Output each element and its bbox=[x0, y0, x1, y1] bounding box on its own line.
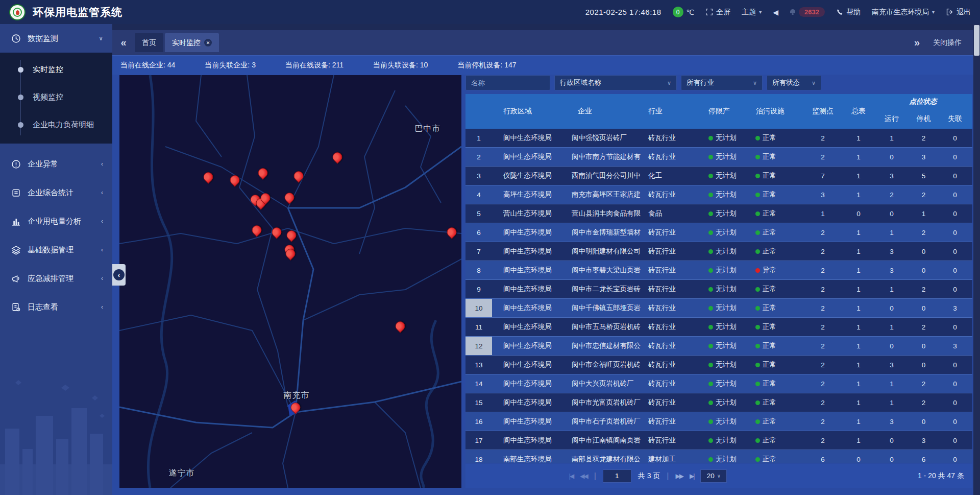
table-row[interactable]: 1 阆中生态环境局 阆中强锐页岩砖厂 砖瓦行业 无计划 正常 bbox=[465, 129, 972, 147]
table-row[interactable]: 14 阆中生态环境局 阆中大兴页岩机砖厂 砖瓦行业 无计划 正常 bbox=[465, 374, 972, 393]
cell-limit-status: 无计划 bbox=[704, 455, 751, 463]
status-dot-icon bbox=[755, 136, 760, 140]
table-row[interactable]: 6 阆中生态环境局 阆中市金博瑞新型墙材 砖瓦行业 无计划 正常 bbox=[465, 223, 972, 242]
status-dot-icon bbox=[755, 419, 760, 424]
notifications-button[interactable]: 2632 bbox=[790, 7, 825, 17]
row-index: 4 bbox=[465, 185, 492, 204]
sidebar-item-data-monitoring[interactable]: 数据监测 ∨ bbox=[0, 24, 112, 53]
prev-page-button[interactable]: ◀◀ bbox=[580, 473, 587, 480]
cell-facility-status: 正常 bbox=[751, 417, 802, 426]
chevron-down-icon: ∨ bbox=[812, 80, 816, 86]
status-filter-select[interactable]: 所有状态 ∨ bbox=[767, 75, 821, 90]
sidebar-item-enterprise-statistics[interactable]: 企业综合统计 ‹ bbox=[0, 178, 112, 207]
region-filter-select[interactable]: 行政区域名称 ∨ bbox=[554, 75, 677, 90]
status-dot-icon bbox=[755, 438, 760, 443]
cell-region: 高坪生态环境局 bbox=[492, 190, 568, 199]
status-dot-icon bbox=[708, 419, 713, 424]
table-row[interactable]: 12 阆中生态环境局 阆中市忠信建材有限公 砖瓦行业 无计划 正常 bbox=[465, 337, 972, 355]
sidebar-item-enterprise-abnormal[interactable]: 企业异常 ‹ bbox=[0, 150, 112, 178]
close-icon[interactable]: ✕ bbox=[204, 39, 212, 46]
table-row[interactable]: 16 阆中生态环境局 阆中市石子页岩机砖厂 砖瓦行业 无计划 正常 bbox=[465, 412, 972, 431]
page-size-select[interactable]: 20 ∨ bbox=[700, 469, 727, 483]
table-row[interactable]: 10 阆中生态环境局 阆中千佛镇五郎垭页岩 砖瓦行业 无计划 正常 bbox=[465, 299, 972, 317]
table-row[interactable]: 11 阆中生态环境局 阆中市五马桥页岩机砖 砖瓦行业 无计划 正常 bbox=[465, 318, 972, 336]
sidebar-item-emergency-reduction[interactable]: 应急减排管理 ‹ bbox=[0, 264, 112, 293]
cell-monitor-count: 2 bbox=[802, 153, 843, 161]
cell-total-meter: 1 bbox=[843, 399, 874, 407]
sidebar-item-log-view[interactable]: 日志查看 ‹ bbox=[0, 293, 112, 321]
cell-facility-status: 正常 bbox=[751, 341, 802, 350]
chevron-left-icon: ‹ bbox=[101, 303, 103, 311]
cell-lost-count: 0 bbox=[938, 210, 972, 218]
table-row[interactable]: 13 阆中生态环境局 阆中市金福旺页岩机砖 砖瓦行业 无计划 正常 bbox=[465, 356, 972, 374]
sidebar-collapse-button[interactable]: ‹ bbox=[112, 264, 126, 286]
page-scrollbar[interactable] bbox=[973, 24, 980, 495]
cell-region: 营山生态环境局 bbox=[492, 209, 568, 218]
cell-monitor-count: 2 bbox=[802, 418, 843, 426]
page-scrollbar-thumb[interactable] bbox=[974, 25, 979, 56]
log-document-icon bbox=[11, 302, 21, 312]
cell-limit-status: 无计划 bbox=[704, 171, 751, 180]
cell-region: 南部生态环境局 bbox=[492, 455, 568, 463]
sidebar-item-power-analysis[interactable]: 企业用电量分析 ‹ bbox=[0, 207, 112, 235]
chevron-down-icon: ∨ bbox=[667, 80, 671, 86]
speaker-icon[interactable]: ◀ bbox=[773, 8, 778, 16]
sidebar-item-power-load-detail[interactable]: 企业电力负荷明细 bbox=[0, 111, 112, 138]
cell-limit-status: 无计划 bbox=[704, 341, 751, 350]
app-title: 环保用电监管系统 bbox=[33, 5, 122, 19]
table-row[interactable]: 18 南部生态环境局 南部县双龙建材有限公 建材加工 无计划 正常 bbox=[465, 450, 972, 463]
table-row[interactable]: 3 仪陇生态环境局 西南油气田分公司川中 化工 无计划 正常 bbox=[465, 167, 972, 185]
page-number-input[interactable] bbox=[603, 469, 631, 483]
row-index: 8 bbox=[465, 261, 492, 279]
status-dot-icon bbox=[708, 230, 713, 235]
first-page-button[interactable]: |◀ bbox=[569, 473, 573, 480]
next-page-button[interactable]: ▶▶ bbox=[676, 473, 683, 480]
table-row[interactable]: 9 阆中生态环境局 阆中市二龙长宝页岩砖 砖瓦行业 无计划 正常 bbox=[465, 280, 972, 298]
map-panel[interactable]: 巴中市 南充市 遂宁市 bbox=[119, 75, 461, 488]
name-filter-input[interactable] bbox=[465, 75, 550, 90]
table-row[interactable]: 8 阆中生态环境局 阆中市枣碧大梁山页岩 砖瓦行业 无计划 异常 bbox=[465, 261, 972, 279]
cell-limit-status: 无计划 bbox=[704, 436, 751, 445]
tab-home[interactable]: 首页 bbox=[135, 33, 163, 52]
cell-stop-count: 2 bbox=[910, 323, 938, 331]
tabs-scroll-right-button[interactable]: » bbox=[914, 37, 920, 49]
tab-realtime-monitor[interactable]: 实时监控 ✕ bbox=[165, 33, 219, 52]
table-header: 行政区域 企业 行业 停限产 治污设施 监测点 总表 点位状态 运行 停机 失联 bbox=[465, 94, 972, 129]
industry-filter-select[interactable]: 所有行业 ∨ bbox=[681, 75, 763, 90]
env-logo-icon bbox=[9, 4, 26, 20]
cell-stop-count: 0 bbox=[910, 418, 938, 426]
cell-lost-count: 0 bbox=[938, 380, 972, 388]
theme-dropdown[interactable]: 主题 ▾ bbox=[742, 8, 762, 17]
cell-facility-status: 正常 bbox=[751, 303, 802, 313]
cell-industry: 砖瓦行业 bbox=[645, 379, 704, 388]
org-dropdown[interactable]: 南充市生态环境局 ▾ bbox=[872, 8, 935, 17]
cell-stop-count: 0 bbox=[910, 342, 938, 350]
cell-company: 阆中大兴页岩机砖厂 bbox=[568, 379, 645, 388]
fullscreen-button[interactable]: 全屏 bbox=[705, 8, 730, 17]
help-button[interactable]: 帮助 bbox=[836, 8, 861, 17]
cell-monitor-count: 2 bbox=[802, 286, 843, 293]
cell-lost-count: 0 bbox=[938, 134, 972, 142]
cell-total-meter: 1 bbox=[843, 323, 874, 331]
cell-total-meter: 1 bbox=[843, 342, 874, 350]
table-row[interactable]: 7 阆中生态环境局 阆中明阳建材有限公司 砖瓦行业 无计划 正常 bbox=[465, 242, 972, 261]
cell-industry: 砖瓦行业 bbox=[645, 133, 704, 143]
table-row[interactable]: 15 阆中生态环境局 阆中市光富页岩机砖厂 砖瓦行业 无计划 正常 bbox=[465, 393, 972, 412]
sidebar-item-video-monitor[interactable]: 视频监控 bbox=[0, 83, 112, 111]
cell-facility-status: 正常 bbox=[751, 322, 802, 332]
logout-button[interactable]: 退出 bbox=[946, 8, 971, 17]
sidebar-item-base-data[interactable]: 基础数据管理 ‹ bbox=[0, 235, 112, 264]
status-dot-icon bbox=[755, 457, 760, 462]
close-operations-button[interactable]: 关闭操作 bbox=[933, 38, 962, 48]
tabs-scroll-left-button[interactable]: « bbox=[112, 37, 135, 49]
row-index: 1 bbox=[465, 129, 492, 147]
cell-lost-count: 0 bbox=[938, 323, 972, 331]
table-row[interactable]: 4 高坪生态环境局 南充市高坪区王家店建 砖瓦行业 无计划 正常 bbox=[465, 185, 972, 204]
table-row[interactable]: 17 阆中生态环境局 阆中市江南镇阆南页岩 砖瓦行业 无计划 正常 bbox=[465, 431, 972, 450]
row-index: 16 bbox=[465, 412, 492, 431]
table-row[interactable]: 2 阆中生态环境局 阆中市南方节能建材有 砖瓦行业 无计划 正常 bbox=[465, 148, 972, 166]
cell-industry: 砖瓦行业 bbox=[645, 190, 704, 199]
last-page-button[interactable]: ▶| bbox=[690, 473, 694, 480]
table-row[interactable]: 5 营山生态环境局 营山县润丰肉食品有限 食品 无计划 正常 bbox=[465, 204, 972, 223]
sidebar-item-realtime-monitor[interactable]: 实时监控 bbox=[0, 56, 112, 83]
